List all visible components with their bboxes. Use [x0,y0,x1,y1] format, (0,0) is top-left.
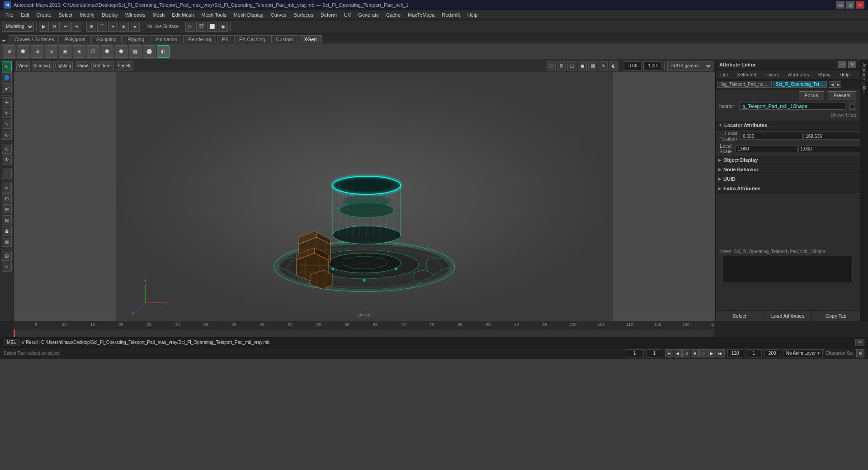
rotate-tool[interactable]: ↻ [2,108,12,118]
paint-select-tool[interactable]: 🖌 [2,83,12,93]
stop[interactable]: ■ [691,349,699,357]
prev-frame[interactable]: ◀ [674,349,682,357]
object-display-section[interactable]: ▶ Object Display [716,156,860,164]
presets-button[interactable]: Presets [828,91,856,99]
menu-item-deform[interactable]: Deform [317,11,340,19]
shelf-icon-7[interactable]: ⬢ [101,45,113,58]
attr-minimize[interactable]: — [838,61,846,68]
vp-renderer-menu[interactable]: Renderer [91,61,114,70]
shelf-tab-rendering[interactable]: Rendering [183,35,216,43]
vp-panels-menu[interactable]: Panels [116,61,133,70]
toolbar-btn-2[interactable]: ⟳ [50,22,60,32]
tool-4[interactable]: ⊟ [2,215,12,225]
menu-item-modify[interactable]: Modify [76,11,98,19]
shelf-icon-3[interactable]: ⊙ [45,45,57,58]
vp-show-menu[interactable]: Show [75,61,90,70]
script-editor-btn[interactable]: ✏ [855,339,864,346]
menu-item-file[interactable]: File [2,11,17,19]
vp-light-btn[interactable]: ☀ [599,61,608,70]
locator-input[interactable] [739,103,845,110]
menu-item-surfaces[interactable]: Surfaces [290,11,317,19]
attr-tab-list[interactable]: List [716,71,732,78]
menu-item-mesh-display[interactable]: Mesh Display [230,11,267,19]
local-position-x[interactable] [741,133,802,140]
menu-item-redshift[interactable]: Redshift [438,11,463,19]
vp-smooth-btn[interactable]: ◼ [578,61,587,70]
toolbar-show-render[interactable]: ◉ [218,22,228,32]
move-tool[interactable]: ✛ [2,97,12,107]
shelf-tab-xgen[interactable]: XGen [299,35,321,43]
menu-item-curves[interactable]: Curves [267,11,290,19]
uuid-section[interactable]: ▶ UUID [716,175,860,183]
lasso-tool[interactable]: 🔵 [2,72,12,82]
shelf-icon-6[interactable]: ⬡ [87,45,99,58]
soft-mod-tool[interactable]: ⊙ [2,144,12,154]
select-footer-btn[interactable]: Select [716,311,764,321]
shelf-tab-animation[interactable]: Animation [150,35,182,43]
vp-camera-btn[interactable]: 🎥 [547,61,556,70]
menu-item-create[interactable]: Create [33,11,55,19]
tool-bottom-1[interactable]: ⊞ [2,251,12,261]
go-to-end[interactable]: ⏭ [717,349,725,357]
node-behavior-section[interactable]: ▶ Node Behavior [716,165,860,174]
shelf-icon-4[interactable]: ◉ [59,45,71,58]
range-end[interactable] [727,349,743,357]
attr-close[interactable]: ✕ [848,61,856,68]
focus-button[interactable]: Focus [799,91,824,99]
play-forward[interactable]: ▷ [699,349,708,357]
attr-tab-focus[interactable]: Focus [761,71,783,78]
vp-view-menu[interactable]: View [16,61,30,70]
menu-item-generate[interactable]: Generate [354,11,382,19]
shelf-icon-8[interactable]: ⬣ [115,45,127,58]
vp-shadow-btn[interactable]: ◐ [609,61,618,70]
toolbar-region-btn[interactable]: ⬜ [207,22,217,32]
minimize-button[interactable]: — [836,1,844,9]
render-region-tool[interactable]: □ [2,169,12,179]
load-attributes-btn[interactable]: Load Attributes [764,311,812,321]
shelf-tab-custom[interactable]: Custom [271,35,298,43]
go-to-start[interactable]: ⏮ [665,349,673,357]
attribute-editor-side-tab[interactable]: Attribute Editor [860,60,868,321]
locator-icon-btn[interactable]: ⊞ [849,103,856,110]
range-start[interactable] [646,349,662,357]
node-tab-prev[interactable]: ◀ [829,81,835,88]
scripting-mode[interactable]: MEL [4,339,19,346]
vp-grid-btn[interactable]: ⊞ [557,61,566,70]
next-frame[interactable]: ▶ [708,349,716,357]
shelf-icon-10[interactable]: ⬤ [143,45,156,58]
toolbar-snap-curve[interactable]: ⌒ [97,22,107,32]
vp-texture-btn[interactable]: ▦ [588,61,597,70]
toolbar-snap-live[interactable]: ● [130,22,140,32]
tool-6[interactable]: ⊠ [2,237,12,247]
shelf-icon-5[interactable]: ◈ [73,45,85,58]
vp-shading-menu[interactable]: Shading [32,61,52,70]
node-tab-next[interactable]: ▶ [835,81,841,88]
toolbar-snap-surface[interactable]: ◈ [119,22,129,32]
copy-tab-btn[interactable]: Copy Tab [812,311,860,321]
vp-x-coord[interactable] [624,61,642,70]
tool-2[interactable]: ⊡ [2,193,12,203]
toolbar-snap-point[interactable]: + [108,22,118,32]
shelf-toggle[interactable]: ☰ [2,38,6,43]
toolbar-btn-3[interactable]: ↩ [61,22,71,32]
menu-item-mesh-tools[interactable]: Mesh Tools [198,11,230,19]
shelf-tab-sculpting[interactable]: Sculpting [91,35,122,43]
node-tab-1[interactable]: ing_Teleport_Pad_ncll_1 [717,81,772,88]
vp-y-coord[interactable] [643,61,661,70]
locator-attributes-section[interactable]: ▼ Locator Attributes [716,121,860,130]
attr-tab-help[interactable]: Help [835,71,854,78]
toolbar-render-btn[interactable]: ▷ [185,22,195,32]
notes-textarea[interactable] [723,256,853,283]
shelf-tab-fx-caching[interactable]: FX Caching [234,35,270,43]
attr-tab-show[interactable]: Show [813,71,835,78]
menu-item-help[interactable]: Help [464,11,481,19]
local-scale-x[interactable] [736,146,797,152]
local-scale-y[interactable] [798,146,860,152]
universal-manipulator[interactable]: ⊕ [2,130,12,140]
frame-display[interactable] [746,349,762,357]
vp-gamma-select[interactable]: sRGB gamma [667,61,712,71]
menu-item-edit[interactable]: Edit [17,11,33,19]
shelf-icon-9[interactable]: ▦ [129,45,142,58]
menu-item-edit-mesh[interactable]: Edit Mesh [168,11,198,19]
3d-viewport[interactable]: X Y Z persp [14,72,715,321]
